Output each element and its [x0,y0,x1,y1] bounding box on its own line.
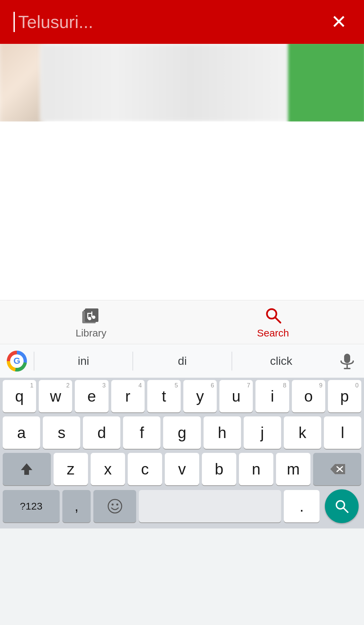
key-j[interactable]: j [244,416,281,449]
svg-rect-5 [91,311,92,317]
close-icon: ✕ [331,12,347,31]
key-o[interactable]: 9o [292,380,325,412]
content-preview [0,44,364,121]
key-m[interactable]: m [276,453,310,485]
microphone-button[interactable] [330,344,364,378]
key-a[interactable]: a [3,416,40,449]
key-g[interactable]: g [163,416,201,449]
svg-point-16 [112,504,114,506]
backspace-key[interactable] [313,453,361,485]
key-f[interactable]: f [123,416,160,449]
key-w[interactable]: 2w [39,380,72,412]
google-logo: G [0,344,34,378]
key-x[interactable]: x [91,453,125,485]
key-d[interactable]: d [83,416,120,449]
key-s[interactable]: s [43,416,80,449]
key-k[interactable]: k [284,416,321,449]
close-button[interactable]: ✕ [327,10,351,34]
tab-library-label: Library [75,327,107,339]
svg-point-17 [116,504,118,506]
content-right [288,44,364,121]
key-t[interactable]: 5t [147,380,181,412]
svg-point-15 [108,499,122,513]
search-input[interactable]: Telusuri... [18,12,327,32]
svg-point-4 [92,316,95,319]
library-icon [82,306,100,325]
g-letter: G [13,356,20,366]
comma-key[interactable]: , [62,490,91,522]
thumbnail-left [0,44,42,121]
empty-content-area [0,121,364,300]
key-v[interactable]: v [165,453,199,485]
tab-search-label: Search [257,327,289,339]
keyboard: G ini di click 1q 2w 3e 4r [0,344,364,528]
suggestion-ini[interactable]: ini [34,344,132,378]
keyboard-row-4: ?123 , . [0,487,364,525]
svg-rect-7 [87,313,92,314]
tab-search[interactable]: Search [182,300,364,344]
search-bar[interactable]: Telusuri... ✕ [0,0,364,44]
keyboard-row-3: z x c v b n m [0,451,364,487]
key-q[interactable]: 1q [3,380,36,412]
key-i[interactable]: 8i [255,380,289,412]
key-b[interactable]: b [202,453,236,485]
svg-line-19 [343,508,348,512]
suggestion-di[interactable]: di [133,344,231,378]
key-p[interactable]: 0p [328,380,361,412]
key-u[interactable]: 7u [219,380,253,412]
key-r[interactable]: 4r [111,380,145,412]
key-c[interactable]: c [128,453,162,485]
text-cursor [13,12,15,32]
search-keyboard-button[interactable] [325,489,359,523]
svg-line-9 [275,317,280,323]
bottom-navigation: Library Search [0,300,364,344]
tab-library[interactable]: Library [0,300,182,344]
search-nav-icon [264,306,282,325]
suggestions-row: G ini di click [0,344,364,378]
key-e[interactable]: 3e [75,380,108,412]
key-z[interactable]: z [54,453,88,485]
content-mid [40,44,290,121]
keyboard-row-2: a s d f g h j k l [0,414,364,451]
key-h[interactable]: h [204,416,241,449]
period-key[interactable]: . [284,490,320,522]
shift-key[interactable] [3,453,51,485]
key-n[interactable]: n [239,453,273,485]
emoji-key[interactable] [93,490,136,522]
svg-rect-10 [344,354,350,363]
key-y[interactable]: 6y [183,380,217,412]
svg-point-3 [88,317,91,320]
key-l[interactable]: l [324,416,361,449]
keyboard-row-1: 1q 2w 3e 4r 5t 6y 7u 8i 9o 0p [0,378,364,414]
num123-key[interactable]: ?123 [3,490,60,522]
space-key[interactable] [139,490,281,522]
suggestion-click[interactable]: click [232,344,330,378]
